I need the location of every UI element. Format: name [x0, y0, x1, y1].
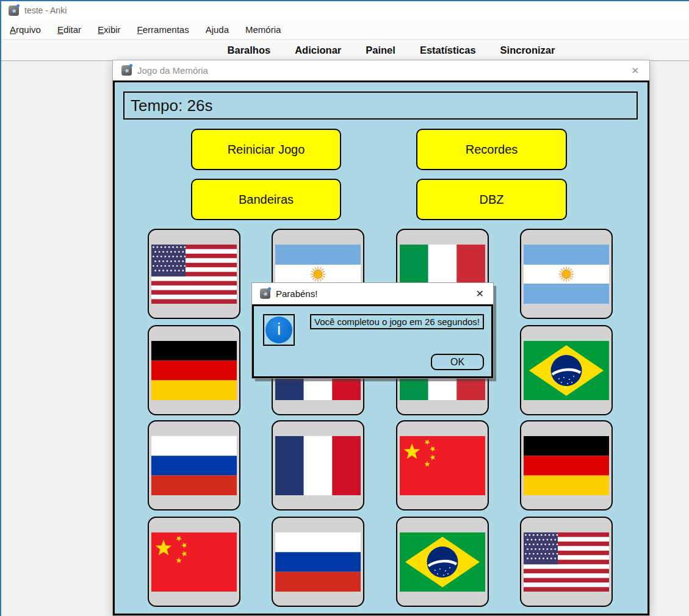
dialog-title: Parabéns!	[276, 288, 469, 299]
menu-item-editar[interactable]: Editar	[57, 24, 81, 35]
info-icon-frame: i	[263, 314, 295, 346]
usa-flag	[524, 532, 609, 592]
flag-card-germany[interactable]	[148, 325, 240, 415]
dialog-titlebar[interactable]: ★ Parabéns! ✕	[252, 283, 493, 304]
titlebar: ★ teste - Anki	[1, 1, 689, 20]
germany-flag	[524, 436, 609, 495]
game-window-title: Jogo da Memória	[137, 65, 624, 76]
russia-flag	[151, 436, 237, 495]
flag-card-usa[interactable]	[148, 229, 240, 319]
flag-card-brazil[interactable]	[520, 325, 613, 415]
dialog-body: i Você completou o jogo em 26 segundos! …	[252, 304, 493, 378]
anki-logo-icon: ★	[9, 5, 19, 16]
flag-card-russia[interactable]	[272, 517, 364, 607]
russia-flag	[275, 532, 361, 592]
china-flag	[151, 532, 237, 592]
nav-item-sincronizar[interactable]: Sincronizar	[500, 45, 555, 56]
nav-item-adicionar[interactable]: Adicionar	[295, 45, 341, 56]
menu-item-ajuda[interactable]: Ajuda	[206, 24, 229, 35]
china-flag	[400, 436, 485, 495]
dbz-theme-button[interactable]: DBZ	[416, 179, 567, 220]
france-flag	[275, 436, 361, 495]
flag-card-france[interactable]	[272, 420, 364, 510]
nav-links: Baralhos Adicionar Painel Estatísticas S…	[1, 40, 689, 61]
anki-main-window: ★ teste - Anki Arquivo Editar Exibir Fer…	[0, 0, 689, 616]
restart-game-button[interactable]: Reiniciar Jogo	[191, 129, 341, 170]
info-icon: i	[265, 317, 292, 343]
flag-card-brazil[interactable]	[396, 517, 489, 607]
nav-item-baralhos[interactable]: Baralhos	[228, 45, 271, 56]
anki-logo-icon: ★	[260, 288, 270, 299]
nav-item-estatisticas[interactable]: Estatísticas	[420, 45, 476, 56]
germany-flag	[151, 341, 237, 400]
argentina-flag	[524, 245, 609, 304]
flag-card-china[interactable]	[148, 517, 240, 607]
records-button[interactable]: Recordes	[416, 129, 567, 170]
congrats-dialog: ★ Parabéns! ✕ i Você completou o jogo em…	[252, 283, 493, 378]
flag-card-argentina[interactable]	[520, 229, 613, 319]
usa-flag	[151, 245, 237, 304]
brazil-flag	[524, 341, 609, 400]
flag-card-usa[interactable]	[520, 517, 613, 607]
ok-button[interactable]: OK	[431, 354, 484, 370]
flag-card-germany[interactable]	[520, 420, 613, 510]
timer-label: Tempo: 26s	[123, 91, 638, 120]
brazil-flag	[400, 532, 485, 592]
menu-item-exibir[interactable]: Exibir	[98, 24, 121, 35]
flag-card-russia[interactable]	[148, 420, 240, 510]
flags-theme-button[interactable]: Bandeiras	[191, 179, 341, 220]
menubar: Arquivo Editar Exibir Ferramentas Ajuda …	[1, 20, 689, 40]
anki-logo-icon: ★	[121, 65, 132, 76]
menu-item-arquivo[interactable]: Arquivo	[10, 24, 41, 35]
dialog-message: Você completou o jogo em 26 segundos!	[310, 314, 484, 329]
menu-item-ferramentas[interactable]: Ferramentas	[137, 24, 189, 35]
close-icon[interactable]: ✕	[475, 288, 485, 299]
flag-card-china[interactable]	[396, 420, 489, 510]
nav-item-painel[interactable]: Painel	[366, 45, 395, 56]
close-icon[interactable]: ✕	[629, 65, 641, 76]
game-window-titlebar[interactable]: ★ Jogo da Memória ✕	[113, 60, 649, 81]
menu-item-memoria[interactable]: Memória	[245, 24, 281, 35]
window-title: teste - Anki	[24, 5, 67, 15]
